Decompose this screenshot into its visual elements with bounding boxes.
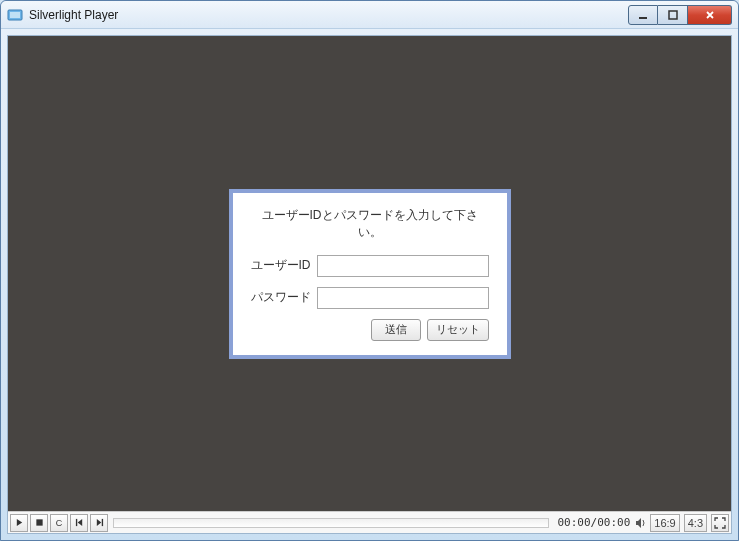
player-bar: C 00:00/00:00 16:9 4:3 [8, 511, 731, 533]
aspect-43-label: 4:3 [688, 517, 703, 529]
password-row: パスワード [251, 287, 489, 309]
minimize-button[interactable] [628, 5, 658, 25]
userid-label: ユーザーID [251, 257, 317, 274]
password-input[interactable] [317, 287, 489, 309]
submit-button[interactable]: 送信 [371, 319, 421, 341]
chapter-label: C [56, 518, 63, 528]
aspect-169-label: 16:9 [654, 517, 675, 529]
chapter-button[interactable]: C [50, 514, 68, 532]
prev-button[interactable] [70, 514, 88, 532]
svg-rect-6 [101, 519, 102, 526]
app-icon [7, 7, 23, 23]
next-button[interactable] [90, 514, 108, 532]
svg-rect-5 [75, 519, 76, 526]
window-title: Silverlight Player [29, 8, 628, 22]
login-prompt: ユーザーIDとパスワードを入力して下さい。 [251, 207, 489, 241]
titlebar: Silverlight Player [1, 1, 738, 29]
svg-rect-4 [36, 519, 42, 525]
time-display: 00:00/00:00 [557, 516, 630, 529]
window-controls [628, 5, 732, 25]
svg-rect-2 [639, 17, 647, 19]
form-buttons: 送信 リセット [251, 319, 489, 341]
userid-input[interactable] [317, 255, 489, 277]
password-label: パスワード [251, 289, 317, 306]
client-area: ユーザーIDとパスワードを入力して下さい。 ユーザーID パスワード 送信 リセ… [7, 35, 732, 534]
login-dialog: ユーザーIDとパスワードを入力して下さい。 ユーザーID パスワード 送信 リセ… [229, 189, 511, 359]
aspect-43-button[interactable]: 4:3 [684, 514, 707, 532]
svg-rect-3 [669, 11, 677, 19]
volume-icon[interactable] [634, 517, 648, 529]
maximize-button[interactable] [658, 5, 688, 25]
stop-button[interactable] [30, 514, 48, 532]
svg-rect-1 [10, 12, 20, 18]
seek-bar[interactable] [113, 518, 549, 528]
close-button[interactable] [688, 5, 732, 25]
fullscreen-button[interactable] [711, 514, 729, 532]
play-button[interactable] [10, 514, 28, 532]
app-window: Silverlight Player ユーザーIDとパスワードを入力して下さい。… [0, 0, 739, 541]
reset-button[interactable]: リセット [427, 319, 489, 341]
video-stage: ユーザーIDとパスワードを入力して下さい。 ユーザーID パスワード 送信 リセ… [8, 36, 731, 511]
aspect-169-button[interactable]: 16:9 [650, 514, 679, 532]
userid-row: ユーザーID [251, 255, 489, 277]
